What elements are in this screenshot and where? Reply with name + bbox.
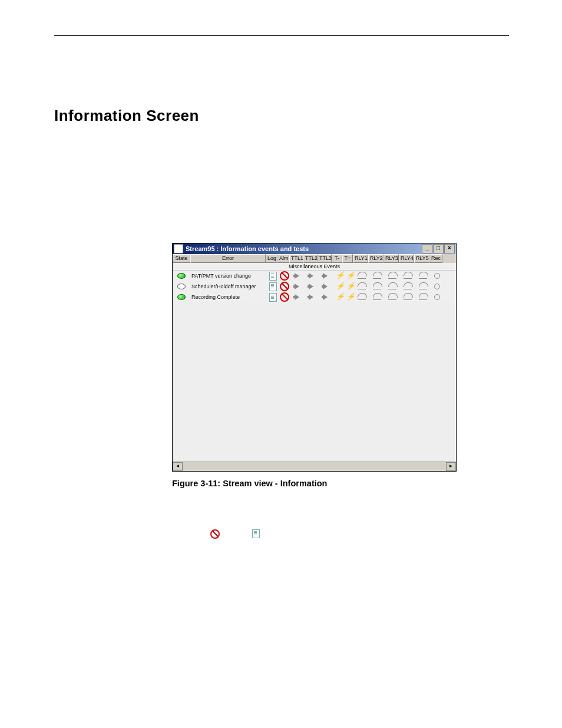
alarm-icon bbox=[280, 271, 289, 281]
rows-container: PAT/PMT version changeScheduler/Holdoff … bbox=[173, 271, 456, 302]
window-title: Stream95 : Information events and tests bbox=[186, 245, 309, 252]
column-header-row: State Error Log Alm TTL1 TTL2 TTL3 T- T+… bbox=[173, 254, 456, 263]
ttl1-cell[interactable] bbox=[290, 294, 305, 300]
state-led-icon bbox=[177, 284, 186, 289]
relay-icon bbox=[419, 274, 427, 279]
col-log[interactable]: Log bbox=[266, 254, 277, 263]
rly3-cell[interactable] bbox=[385, 274, 400, 279]
section-subhead: Miscellaneous Events bbox=[173, 263, 456, 271]
arrow-icon bbox=[295, 284, 300, 289]
ttl3-cell[interactable] bbox=[319, 284, 333, 289]
rly2-cell[interactable] bbox=[369, 274, 385, 279]
col-rec[interactable]: Rec bbox=[429, 254, 442, 263]
col-error[interactable]: Error bbox=[190, 254, 266, 263]
col-rly2[interactable]: RLY2 bbox=[368, 254, 384, 263]
state-cell bbox=[173, 273, 190, 279]
rly2-cell[interactable] bbox=[369, 295, 385, 300]
close-button[interactable]: × bbox=[444, 244, 455, 253]
maximize-button[interactable]: □ bbox=[433, 244, 444, 253]
rly1-cell[interactable] bbox=[354, 274, 369, 279]
log-icon bbox=[269, 293, 277, 302]
minimize-button[interactable]: _ bbox=[422, 244, 432, 253]
log-icon bbox=[269, 272, 277, 281]
log-page-icon bbox=[252, 529, 260, 538]
tminus-cell[interactable] bbox=[333, 283, 343, 290]
rec-cell[interactable] bbox=[431, 284, 444, 289]
tminus-cell[interactable] bbox=[333, 272, 343, 279]
rly4-cell[interactable] bbox=[400, 284, 415, 289]
relay-icon bbox=[373, 295, 381, 300]
rec-cell[interactable] bbox=[431, 294, 444, 300]
tplus-cell[interactable] bbox=[343, 272, 354, 279]
ttl1-cell[interactable] bbox=[290, 284, 305, 289]
lightning-icon bbox=[346, 294, 351, 301]
ttl3-cell[interactable] bbox=[319, 294, 333, 300]
col-ttl3[interactable]: TTL3 bbox=[318, 254, 332, 263]
lightning-icon bbox=[336, 294, 340, 301]
window: Stream95 : Information events and tests … bbox=[172, 243, 457, 472]
rly5-cell[interactable] bbox=[415, 274, 431, 279]
log-cell[interactable] bbox=[267, 282, 279, 291]
col-alm[interactable]: Alm bbox=[277, 254, 289, 263]
relay-icon bbox=[404, 284, 412, 289]
tminus-cell[interactable] bbox=[333, 294, 343, 301]
relay-icon bbox=[358, 274, 366, 279]
col-rly4[interactable]: RLY4 bbox=[399, 254, 414, 263]
ttl2-cell[interactable] bbox=[305, 273, 319, 279]
col-ttl2[interactable]: TTL2 bbox=[303, 254, 318, 263]
col-ttl1[interactable]: TTL1 bbox=[289, 254, 303, 263]
col-rly1[interactable]: RLY1 bbox=[353, 254, 368, 263]
col-rly3[interactable]: RLY3 bbox=[384, 254, 399, 263]
error-cell: Recording Complete bbox=[190, 294, 267, 300]
rly1-cell[interactable] bbox=[354, 284, 369, 289]
ttl1-cell[interactable] bbox=[290, 273, 305, 279]
arrow-icon bbox=[295, 294, 300, 300]
tplus-cell[interactable] bbox=[343, 283, 354, 290]
log-cell[interactable] bbox=[267, 272, 279, 281]
alm-cell[interactable] bbox=[279, 271, 290, 281]
relay-icon bbox=[419, 284, 427, 289]
alm-cell[interactable] bbox=[279, 292, 290, 302]
scroll-left-button[interactable]: ◄ bbox=[173, 462, 183, 471]
rly5-cell[interactable] bbox=[415, 284, 431, 289]
relay-icon bbox=[388, 295, 396, 300]
bottom-space bbox=[54, 539, 509, 592]
tplus-cell[interactable] bbox=[343, 294, 354, 301]
window-icon bbox=[174, 244, 183, 253]
arrow-icon bbox=[309, 284, 315, 289]
scroll-right-button[interactable]: ► bbox=[446, 462, 456, 471]
record-icon bbox=[434, 284, 440, 289]
error-cell: Scheduler/Holdoff manager bbox=[190, 284, 267, 289]
col-tplus[interactable]: T+ bbox=[342, 254, 353, 263]
alm-cell[interactable] bbox=[279, 282, 290, 291]
ttl2-cell[interactable] bbox=[305, 284, 319, 289]
log-icon bbox=[269, 282, 277, 291]
ttl2-cell[interactable] bbox=[305, 294, 319, 300]
rly1-cell[interactable] bbox=[354, 295, 369, 300]
record-icon bbox=[434, 273, 440, 279]
relay-icon bbox=[373, 284, 381, 289]
col-tminus[interactable]: T- bbox=[332, 254, 342, 263]
col-rly5[interactable]: RLY5 bbox=[414, 254, 429, 263]
rly3-cell[interactable] bbox=[385, 284, 400, 289]
log-cell[interactable] bbox=[267, 293, 279, 302]
error-cell: PAT/PMT version change bbox=[190, 273, 267, 279]
table-row[interactable]: PAT/PMT version change bbox=[173, 271, 456, 281]
lightning-icon bbox=[346, 283, 351, 290]
record-icon bbox=[434, 294, 440, 300]
table-row[interactable]: Recording Complete bbox=[173, 292, 456, 302]
col-state[interactable]: State bbox=[173, 254, 190, 263]
rly3-cell[interactable] bbox=[385, 295, 400, 300]
page-heading: Information Screen bbox=[54, 107, 509, 125]
title-bar[interactable]: Stream95 : Information events and tests … bbox=[173, 243, 456, 254]
rly5-cell[interactable] bbox=[415, 295, 431, 300]
rly4-cell[interactable] bbox=[400, 295, 415, 300]
rly2-cell[interactable] bbox=[369, 284, 385, 289]
rly4-cell[interactable] bbox=[400, 274, 415, 279]
relay-icon bbox=[373, 274, 381, 279]
arrow-icon bbox=[295, 273, 300, 279]
rec-cell[interactable] bbox=[431, 273, 444, 279]
table-row[interactable]: Scheduler/Holdoff manager bbox=[173, 281, 456, 292]
horizontal-scrollbar[interactable]: ◄ ► bbox=[173, 462, 456, 471]
ttl3-cell[interactable] bbox=[319, 273, 333, 279]
